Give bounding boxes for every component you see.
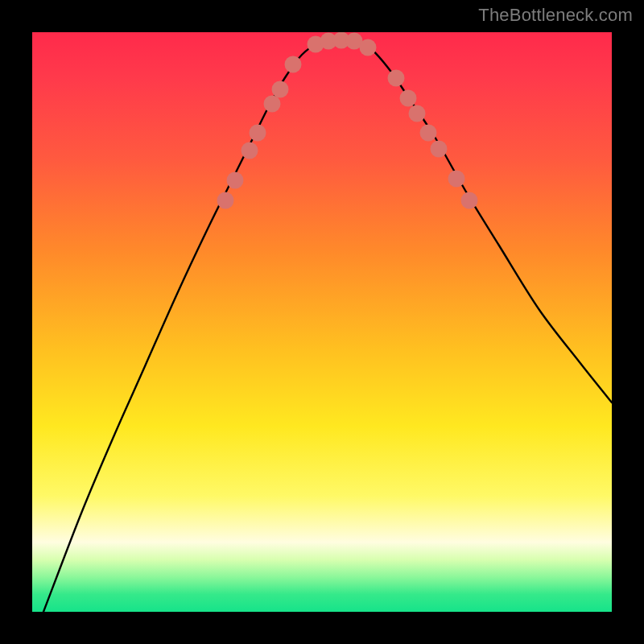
marker-dot <box>227 172 244 189</box>
marker-dot <box>264 96 281 113</box>
marker-dot <box>250 125 266 142</box>
bottleneck-curve <box>43 39 612 612</box>
marker-dot <box>388 70 405 87</box>
curve-layer <box>32 32 612 612</box>
marker-dot <box>400 90 417 107</box>
watermark-text: TheBottleneck.com <box>478 5 633 26</box>
marker-dot <box>461 192 478 209</box>
marker-dot <box>242 142 258 159</box>
marker-dot <box>420 125 437 142</box>
marker-dot <box>431 141 448 158</box>
marker-dot <box>272 81 289 98</box>
chart-stage: TheBottleneck.com <box>0 0 644 644</box>
plot-area <box>32 32 612 612</box>
marker-dot <box>360 39 377 56</box>
marker-dot <box>217 192 234 209</box>
marker-dot <box>285 56 302 73</box>
marker-dot <box>448 171 465 188</box>
marker-dots <box>217 32 478 209</box>
marker-dot <box>409 105 426 122</box>
